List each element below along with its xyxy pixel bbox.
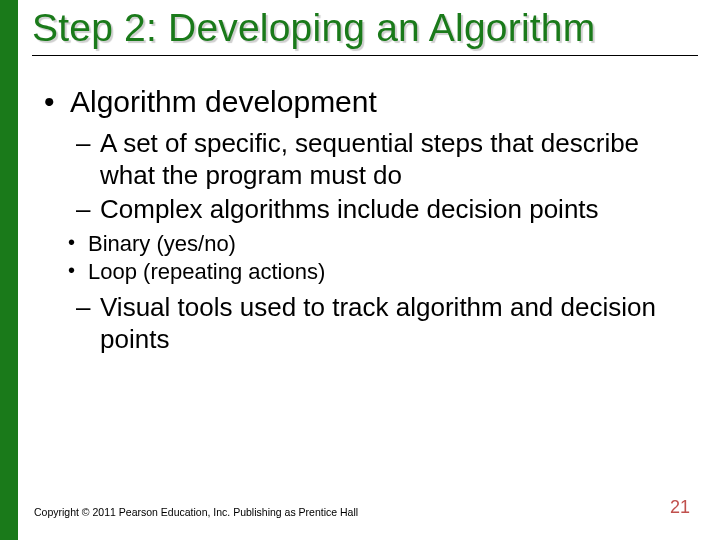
bullet-text: Loop (repeating actions) xyxy=(88,258,698,286)
bullet-dot-icon xyxy=(68,230,88,258)
bullet-list-level2: A set of specific, sequential steps that… xyxy=(76,128,698,225)
dash-icon xyxy=(76,292,100,355)
bullet-dot-icon xyxy=(68,258,88,286)
list-item: Complex algorithms include decision poin… xyxy=(76,194,698,226)
slide-body: Step 2: Developing an Algorithm Algorith… xyxy=(18,0,720,540)
dash-icon xyxy=(76,194,100,226)
list-item: Visual tools used to track algorithm and… xyxy=(76,292,698,355)
title-underline: Step 2: Developing an Algorithm xyxy=(32,6,698,56)
bullet-list-level3: Binary (yes/no) Loop (repeating actions) xyxy=(68,230,698,286)
bullet-text: A set of specific, sequential steps that… xyxy=(100,128,698,191)
list-item: Algorithm development xyxy=(44,84,698,121)
list-item: Binary (yes/no) xyxy=(68,230,698,258)
slide-title: Step 2: Developing an Algorithm xyxy=(32,6,698,51)
accent-bar xyxy=(0,0,18,540)
bullet-text: Algorithm development xyxy=(70,84,698,121)
bullet-dot-icon xyxy=(44,84,70,121)
footer: Copyright © 2011 Pearson Education, Inc.… xyxy=(34,497,690,518)
list-item: Loop (repeating actions) xyxy=(68,258,698,286)
bullet-text: Binary (yes/no) xyxy=(88,230,698,258)
page-number: 21 xyxy=(670,497,690,518)
bullet-text: Visual tools used to track algorithm and… xyxy=(100,292,698,355)
copyright-text: Copyright © 2011 Pearson Education, Inc.… xyxy=(34,506,358,518)
bullet-text: Complex algorithms include decision poin… xyxy=(100,194,698,226)
dash-icon xyxy=(76,128,100,191)
bullet-list-level2: Visual tools used to track algorithm and… xyxy=(76,292,698,355)
list-item: A set of specific, sequential steps that… xyxy=(76,128,698,191)
bullet-list-level1: Algorithm development xyxy=(44,84,698,121)
